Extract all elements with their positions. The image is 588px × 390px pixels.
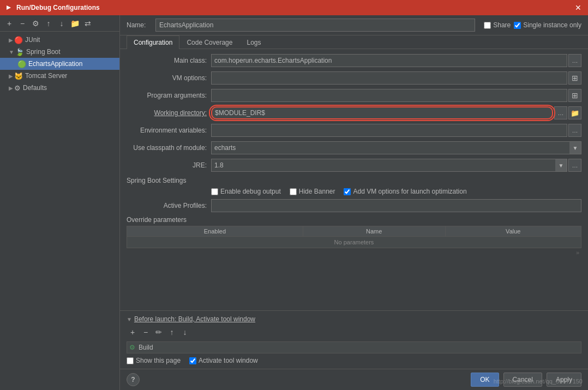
- help-button[interactable]: ?: [127, 373, 140, 386]
- remove-config-button[interactable]: −: [16, 17, 28, 29]
- override-params-section: Override parameters Enabled Name Value N…: [127, 216, 581, 257]
- tab-code-coverage[interactable]: Code Coverage: [179, 35, 239, 49]
- name-row: Name: Share Single instance only: [120, 15, 588, 35]
- before-launch-up-button[interactable]: ↑: [166, 326, 178, 338]
- build-item: ⚙ Build: [127, 341, 581, 353]
- hide-banner-checkbox[interactable]: [290, 188, 297, 195]
- before-launch-header: ▼ Before launch: Build, Activate tool wi…: [127, 315, 581, 323]
- classpath-module-wrapper: echarts ▼: [211, 141, 581, 154]
- before-launch-add-button[interactable]: +: [127, 326, 139, 338]
- vm-options-input[interactable]: [211, 71, 567, 85]
- move-up-button[interactable]: ↑: [43, 17, 55, 29]
- env-variables-input[interactable]: [211, 124, 567, 137]
- arrow-icon: ▶: [9, 37, 13, 43]
- program-args-expand-button[interactable]: ⊞: [568, 89, 581, 102]
- show-this-page-label[interactable]: Show this page: [127, 357, 181, 364]
- junit-icon: 🔴: [14, 36, 23, 44]
- working-dir-label: Working directory:: [127, 109, 211, 117]
- share-checkbox[interactable]: [484, 22, 491, 29]
- before-launch-edit-button[interactable]: ✏: [153, 326, 165, 338]
- before-launch-remove-button[interactable]: −: [140, 326, 152, 338]
- tab-configuration[interactable]: Configuration: [127, 35, 179, 49]
- jre-select[interactable]: 1.8: [211, 159, 567, 172]
- working-dir-row: Working directory: … 📁: [127, 106, 581, 120]
- main-class-input[interactable]: [211, 54, 567, 67]
- active-profiles-row: Active Profiles:: [127, 199, 581, 213]
- name-label: Name:: [127, 21, 151, 29]
- working-dir-browse-button[interactable]: …: [554, 106, 567, 119]
- main-class-browse-button[interactable]: …: [568, 54, 581, 67]
- share-options: Share Single instance only: [484, 21, 581, 29]
- no-data-cell: No parameters: [127, 237, 581, 248]
- jre-label: JRE:: [127, 161, 211, 169]
- before-launch-down-button[interactable]: ↓: [179, 326, 191, 338]
- activate-tool-window-text: Activate tool window: [199, 357, 258, 364]
- env-variables-row: Environment variables: …: [127, 123, 581, 137]
- add-vm-options-checkbox[interactable]: [344, 188, 351, 195]
- share-checkbox-label[interactable]: Share: [484, 21, 511, 29]
- config-content: Main class: … VM options: ⊞ Program argu…: [120, 49, 588, 310]
- enable-debug-checkbox[interactable]: [211, 188, 218, 195]
- params-table: Enabled Name Value No parameters: [127, 226, 581, 248]
- active-profiles-input[interactable]: [211, 199, 581, 212]
- app-icon: [4, 3, 13, 12]
- sidebar-item-defaults[interactable]: ▶ ⚙ Defaults: [0, 82, 119, 94]
- sidebar-item-label: EchartsApplication: [28, 60, 82, 68]
- vm-options-expand-button[interactable]: ⊞: [568, 71, 581, 85]
- tomcat-icon: 🐱: [14, 72, 23, 80]
- watermark: http://blog.csdn.net/qq_33677150: [494, 378, 583, 385]
- col-enabled: Enabled: [127, 226, 303, 237]
- sidebar-item-label: Defaults: [23, 84, 47, 92]
- sidebar-item-tomcat[interactable]: ▶ 🐱 Tomcat Server: [0, 70, 119, 82]
- arrow-icon: ▼: [9, 49, 14, 55]
- share-label: Share: [493, 21, 511, 29]
- show-this-page-text: Show this page: [136, 357, 181, 364]
- before-launch-arrow[interactable]: ▼: [127, 316, 132, 322]
- env-variables-label: Environment variables:: [127, 127, 211, 134]
- working-dir-wrapper: [211, 106, 553, 119]
- copy-config-button[interactable]: ⚙: [29, 17, 41, 29]
- vm-options-label: VM options:: [127, 74, 211, 82]
- spring-boot-checkboxes: Enable debug output Hide Banner Add VM o…: [127, 188, 581, 195]
- sidebar-item-junit[interactable]: ▶ 🔴 JUnit: [0, 34, 119, 46]
- sidebar-toolbar: + − ⚙ ↑ ↓ 📁 ⇄: [0, 15, 119, 32]
- working-dir-input[interactable]: [211, 106, 553, 119]
- arrow-icon: ▶: [9, 73, 13, 79]
- working-dir-folder-button[interactable]: 📁: [568, 106, 581, 119]
- activate-tool-window-label[interactable]: Activate tool window: [189, 357, 258, 364]
- defaults-icon: ⚙: [14, 84, 21, 92]
- folder-button[interactable]: 📁: [69, 17, 81, 29]
- add-vm-options-label[interactable]: Add VM options for launch optimization: [344, 188, 466, 195]
- close-button[interactable]: ✕: [573, 2, 584, 13]
- before-launch-section: ▼ Before launch: Build, Activate tool wi…: [120, 310, 588, 369]
- sort-button[interactable]: ⇄: [82, 17, 94, 29]
- sidebar: + − ⚙ ↑ ↓ 📁 ⇄ ▶ 🔴 JUnit ▼ 🍃 Spring Boot: [0, 15, 120, 390]
- params-more-button[interactable]: »: [127, 248, 581, 257]
- add-config-button[interactable]: +: [3, 17, 15, 29]
- jre-row: JRE: 1.8 ▼ …: [127, 158, 581, 172]
- move-down-button[interactable]: ↓: [56, 17, 68, 29]
- jre-browse-button[interactable]: …: [568, 159, 581, 172]
- vm-options-row: VM options: ⊞: [127, 71, 581, 85]
- sidebar-item-echartsapp[interactable]: 🟢 EchartsApplication: [0, 58, 119, 70]
- program-args-input[interactable]: [211, 89, 567, 102]
- content-panel: Name: Share Single instance only Configu…: [120, 15, 588, 390]
- activate-tool-window-checkbox[interactable]: [189, 357, 196, 364]
- classpath-module-select[interactable]: echarts: [211, 141, 581, 154]
- sidebar-item-label: JUnit: [25, 36, 40, 44]
- before-launch-toolbar: + − ✏ ↑ ↓: [127, 326, 581, 338]
- sidebar-item-springboot[interactable]: ▼ 🍃 Spring Boot: [0, 46, 119, 58]
- name-input[interactable]: [155, 19, 475, 32]
- enable-debug-label[interactable]: Enable debug output: [211, 188, 281, 195]
- program-args-label: Program arguments:: [127, 92, 211, 99]
- col-name: Name: [303, 226, 445, 237]
- classpath-module-label: Use classpath of module:: [127, 144, 211, 152]
- single-instance-checkbox-label[interactable]: Single instance only: [514, 21, 581, 29]
- show-this-page-checkbox[interactable]: [127, 357, 134, 364]
- arrow-icon: ▶: [9, 85, 13, 91]
- single-instance-checkbox[interactable]: [514, 22, 521, 29]
- tab-logs[interactable]: Logs: [239, 35, 268, 49]
- env-variables-browse-button[interactable]: …: [568, 124, 581, 137]
- hide-banner-label[interactable]: Hide Banner: [290, 188, 335, 195]
- jre-wrapper: 1.8 ▼: [211, 159, 567, 172]
